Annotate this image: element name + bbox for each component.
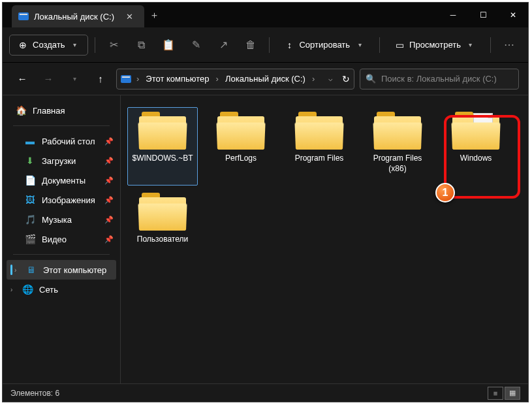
breadcrumb-this-pc[interactable]: Этот компьютер	[144, 72, 210, 86]
folder-icon	[374, 112, 421, 150]
pin-icon: 📌	[104, 235, 114, 244]
sort-label: Сортировать	[299, 40, 350, 50]
sidebar-label: Этот компьютер	[43, 265, 106, 275]
callout-number: 1	[443, 187, 448, 199]
delete-button[interactable]: 🗑	[239, 33, 262, 57]
breadcrumb-drive-c[interactable]: Локальный диск (C:)	[224, 72, 307, 86]
pin-icon: 📌	[104, 157, 114, 165]
icons-view-button[interactable]: ▦	[505, 387, 520, 400]
pin-icon: 📌	[104, 216, 114, 224]
view-button[interactable]: ▭ Просмотреть ▾	[386, 35, 484, 55]
folder-item[interactable]: Program Files (x86)	[362, 107, 433, 186]
sidebar-desktop[interactable]: ▬ Рабочий стол 📌	[3, 131, 120, 151]
search-icon: 🔍	[366, 74, 376, 84]
cut-button[interactable]: ✂	[102, 33, 125, 57]
chevron-down-icon[interactable]: ⌵	[328, 74, 333, 83]
chevron-right-icon[interactable]: ›	[14, 267, 16, 274]
status-text: Элементов: 6	[10, 389, 59, 398]
sort-button[interactable]: ↕ Сортировать ▾	[276, 35, 373, 55]
folder-item[interactable]: PerfLogs	[206, 107, 276, 186]
folder-grid: $WINDOWS.~BTPerfLogsProgram FilesProgram…	[121, 95, 528, 383]
network-icon: 🌐	[22, 284, 33, 295]
refresh-button[interactable]: ↻	[342, 74, 350, 84]
statusbar: Элементов: 6 ≡ ▦	[3, 383, 528, 402]
sidebar: 🏠 Главная ▬ Рабочий стол 📌 ⬇ Загрузки 📌 …	[3, 95, 121, 383]
folder-item[interactable]: $WINDOWS.~BT	[127, 107, 198, 186]
paste-button[interactable]: 📋	[157, 33, 180, 57]
sidebar-downloads[interactable]: ⬇ Загрузки 📌	[3, 151, 120, 170]
address-bar[interactable]: › Этот компьютер › Локальный диск (C:) ›…	[116, 69, 354, 89]
folder-icon	[217, 112, 264, 150]
folder-item[interactable]: Пользователи	[127, 188, 198, 267]
rename-button[interactable]: ✎	[184, 33, 208, 57]
recent-button[interactable]: ▾	[64, 69, 85, 89]
more-button[interactable]: ⋯	[497, 33, 521, 57]
pin-icon: 📌	[104, 176, 114, 185]
desktop-icon: ▬	[25, 136, 35, 146]
download-icon: ⬇	[25, 155, 35, 166]
view-label: Просмотреть	[409, 40, 461, 50]
sidebar-label: Главная	[33, 106, 65, 116]
new-tab-button[interactable]: ＋	[144, 3, 164, 27]
pin-icon: 📌	[104, 137, 114, 146]
sidebar-label: Изображения	[42, 195, 95, 205]
close-button[interactable]: ✕	[498, 3, 528, 27]
divider	[269, 37, 270, 53]
tab-current[interactable]: Локальный диск (C:) ✕	[12, 5, 144, 27]
search-input[interactable]: 🔍 Поиск в: Локальный диск (C:)	[360, 69, 519, 89]
sidebar-pictures[interactable]: 🖼 Изображения 📌	[3, 190, 120, 210]
document-icon: 📄	[25, 175, 35, 186]
chevron-right-icon[interactable]: ›	[10, 286, 12, 293]
titlebar: Локальный диск (C:) ✕ ＋ ─ ☐ ✕	[3, 3, 528, 27]
back-button[interactable]: ←	[12, 69, 33, 89]
toolbar: ⊕ Создать ▾ ✂ ⧉ 📋 ✎ ↗ 🗑 ↕ Сортировать ▾ …	[3, 27, 528, 63]
sidebar-label: Документы	[42, 176, 86, 186]
view-icon: ▭	[394, 40, 405, 50]
trash-icon: 🗑	[245, 39, 256, 51]
chevron-down-icon: ▾	[354, 40, 365, 50]
folder-icon	[139, 112, 186, 150]
breadcrumb-sep: ›	[309, 74, 317, 84]
folder-label: Пользователи	[136, 235, 189, 245]
forward-button[interactable]: →	[38, 69, 59, 89]
folder-label: Program Files (x86)	[363, 154, 432, 174]
sidebar-videos[interactable]: 🎬 Видео 📌	[3, 229, 120, 249]
folder-item[interactable]: Program Files	[284, 107, 354, 186]
minimize-button[interactable]: ─	[438, 3, 468, 27]
folder-item[interactable]: Windows	[441, 107, 511, 186]
folder-icon	[139, 193, 186, 231]
drive-icon	[121, 75, 131, 83]
details-view-button[interactable]: ≡	[488, 387, 503, 400]
sidebar-home[interactable]: 🏠 Главная	[3, 101, 120, 120]
sidebar-label: Музыка	[42, 215, 72, 225]
sidebar-label: Сеть	[39, 285, 58, 295]
sidebar-documents[interactable]: 📄 Документы 📌	[3, 170, 120, 190]
create-label: Создать	[33, 40, 65, 50]
sort-icon: ↕	[284, 40, 294, 50]
copy-icon: ⧉	[138, 39, 145, 51]
breadcrumb-sep: ›	[134, 74, 142, 84]
rename-icon: ✎	[192, 39, 200, 51]
sidebar-label: Загрузки	[42, 156, 76, 166]
search-placeholder: Поиск в: Локальный диск (C:)	[381, 74, 497, 84]
video-icon: 🎬	[25, 234, 35, 244]
sidebar-music[interactable]: 🎵 Музыка 📌	[3, 210, 120, 229]
paste-icon: 📋	[162, 39, 175, 51]
up-button[interactable]: ↑	[90, 69, 111, 89]
sidebar-network[interactable]: › 🌐 Сеть	[3, 280, 120, 299]
share-button[interactable]: ↗	[211, 33, 235, 57]
pin-icon: 📌	[104, 196, 114, 204]
folder-icon	[452, 112, 499, 150]
home-icon: 🏠	[16, 105, 26, 116]
create-button[interactable]: ⊕ Создать ▾	[9, 35, 88, 56]
sidebar-this-pc[interactable]: › 🖥 Этот компьютер	[7, 260, 116, 280]
plus-circle-icon: ⊕	[18, 40, 28, 50]
copy-button[interactable]: ⧉	[129, 33, 153, 57]
music-icon: 🎵	[25, 214, 35, 225]
window-controls: ─ ☐ ✕	[438, 3, 528, 27]
maximize-button[interactable]: ☐	[468, 3, 498, 27]
breadcrumb-sep: ›	[213, 74, 221, 84]
divider	[13, 125, 110, 126]
close-tab-icon[interactable]: ✕	[119, 12, 139, 22]
share-icon: ↗	[219, 39, 228, 51]
